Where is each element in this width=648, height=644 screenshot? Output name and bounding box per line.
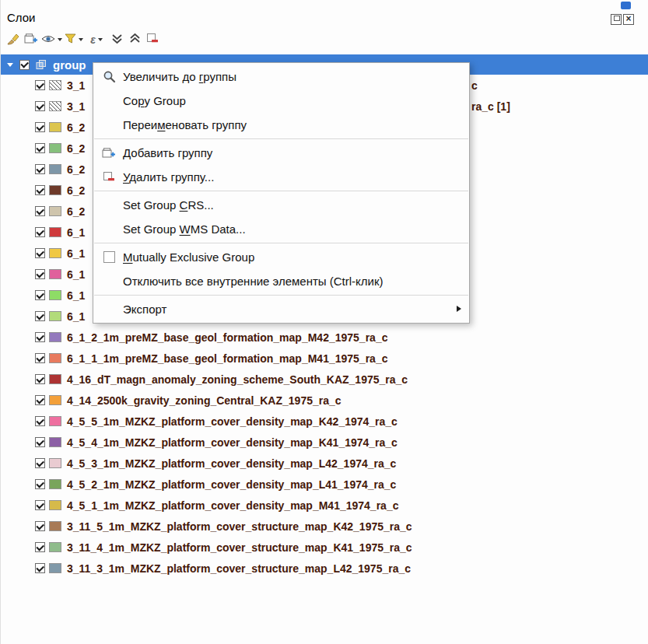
layer-swatch — [49, 290, 61, 300]
layer-label: 6_2 — [67, 163, 85, 176]
layer-row[interactable]: 4_5_1_1m_MZKZ_platform_cover_density_map… — [1, 495, 648, 516]
menu-item-mutually-exclusive-group[interactable]: Mutually Exclusive Group — [93, 245, 469, 269]
filter-legend-button[interactable] — [63, 30, 85, 49]
menu-item-label: Увеличить до группы — [123, 70, 236, 83]
layer-label: 6_2 — [67, 121, 85, 134]
layer-checkbox[interactable] — [35, 500, 45, 510]
layer-checkbox[interactable] — [35, 311, 45, 321]
layer-checkbox[interactable] — [35, 227, 45, 237]
layer-checkbox[interactable] — [35, 80, 45, 90]
layer-checkbox[interactable] — [35, 122, 45, 132]
layer-checkbox[interactable] — [35, 458, 45, 468]
menu-separator — [94, 138, 468, 139]
layer-row[interactable]: 4_16_dT_magn_anomaly_zoning_scheme_South… — [1, 369, 648, 390]
layer-row[interactable]: 4_5_4_1m_MZKZ_platform_cover_density_map… — [1, 432, 648, 453]
menu-item-export[interactable]: Экспорт — [93, 297, 469, 321]
layer-label: 6_1 — [67, 289, 85, 302]
eye-icon — [41, 33, 55, 47]
layer-checkbox[interactable] — [35, 269, 45, 279]
layer-swatch — [49, 500, 61, 510]
layer-swatch — [49, 479, 61, 489]
menu-item-set-group-wms-data[interactable]: Set Group WMS Data... — [93, 217, 469, 241]
layer-label: 6_1 — [67, 226, 85, 239]
layer-row[interactable]: 6_1_1_1m_preMZ_base_geol_formation_map_M… — [1, 348, 648, 369]
menu-item-zoom-to-group[interactable]: Увеличить до группы — [93, 65, 469, 89]
layer-swatch — [49, 395, 61, 405]
layer-checkbox[interactable] — [35, 353, 45, 363]
layer-checkbox[interactable] — [35, 521, 45, 531]
layer-checkbox[interactable] — [35, 164, 45, 174]
layer-row[interactable]: 4_5_5_1m_MZKZ_platform_cover_density_map… — [1, 411, 648, 432]
chevron-down-icon — [58, 38, 62, 41]
mutually-exclusive-checkbox[interactable] — [103, 251, 115, 263]
layer-label: 4_5_1_1m_MZKZ_platform_cover_density_map… — [67, 499, 398, 512]
layer-row[interactable]: 4_5_3_1m_MZKZ_platform_cover_density_map… — [1, 453, 648, 474]
menu-item-label: Copy Group — [123, 94, 186, 107]
layer-label: 6_1 — [67, 247, 85, 260]
layer-checkbox[interactable] — [35, 290, 45, 300]
expander-icon[interactable] — [7, 63, 13, 67]
layer-checkbox[interactable] — [35, 185, 45, 195]
layer-label: 3_1 — [67, 79, 85, 92]
layer-checkbox[interactable] — [35, 101, 45, 111]
layer-swatch — [49, 521, 61, 531]
layer-label: 4_5_5_1m_MZKZ_platform_cover_density_map… — [67, 415, 398, 428]
layer-label: 3_11_3_1m_MZKZ_platform_cover_structure_… — [67, 562, 411, 575]
expand-all-button[interactable] — [108, 30, 125, 49]
open-layer-styling-button[interactable] — [5, 30, 22, 49]
menu-item-label: Добавить группу — [123, 146, 212, 159]
menu-item-rename-group[interactable]: Переименовать группу — [93, 113, 469, 137]
layer-row[interactable]: 6_1_2_1m_preMZ_base_geol_formation_map_M… — [1, 327, 648, 348]
layer-row[interactable]: 3_11_3_1m_MZKZ_platform_cover_structure_… — [1, 558, 648, 579]
layer-swatch — [49, 311, 61, 321]
manage-map-themes-button[interactable] — [40, 30, 62, 49]
layer-checkbox[interactable] — [35, 563, 45, 573]
layer-swatch — [49, 458, 61, 468]
layer-row[interactable]: 3_11_4_1m_MZKZ_platform_cover_structure_… — [1, 537, 648, 558]
layer-label: 3_11_4_1m_MZKZ_platform_cover_structure_… — [67, 541, 412, 554]
layer-checkbox[interactable] — [35, 395, 45, 405]
collapse-all-button[interactable] — [126, 30, 143, 49]
menu-item-copy-group[interactable]: Copy Group — [93, 89, 469, 113]
layer-swatch — [49, 353, 61, 363]
chevron-down-icon — [98, 38, 103, 41]
collapse-all-icon — [129, 33, 141, 47]
menu-item-add-group[interactable]: Добавить группу — [93, 141, 469, 165]
layer-checkbox[interactable] — [35, 374, 45, 384]
layer-checkbox[interactable] — [35, 542, 45, 552]
chevron-down-icon — [79, 38, 83, 41]
remove-layer-button[interactable] — [144, 30, 161, 49]
menu-item-set-group-crs[interactable]: Set Group CRS... — [93, 193, 469, 217]
group-checkbox[interactable] — [19, 60, 30, 70]
add-group-icon — [24, 33, 38, 47]
menu-item-label: Удалить группу... — [123, 170, 214, 184]
layer-row[interactable]: 3_11_5_1m_MZKZ_platform_cover_structure_… — [1, 516, 648, 537]
layer-checkbox[interactable] — [35, 437, 45, 447]
layer-label: 6_2 — [67, 184, 85, 197]
remove-layer-icon — [146, 33, 159, 47]
add-group-button[interactable] — [23, 30, 40, 49]
layer-checkbox[interactable] — [35, 416, 45, 426]
layer-label: 3_1 — [67, 100, 85, 113]
menu-separator — [94, 243, 468, 243]
menu-item-remove-group[interactable]: Удалить группу... — [93, 165, 469, 189]
layer-checkbox[interactable] — [35, 332, 45, 342]
filter-by-expression-button[interactable]: ε — [86, 30, 107, 49]
float-panel-button[interactable] — [611, 14, 622, 25]
close-panel-button[interactable] — [623, 14, 634, 25]
layer-label: 4_5_2_1m_MZKZ_platform_cover_density_map… — [67, 478, 396, 491]
layer-swatch — [49, 185, 61, 195]
layer-swatch — [49, 143, 61, 153]
expression-epsilon-icon: ε — [90, 33, 96, 46]
layer-row[interactable]: 4_14_2500k_gravity_zoning_Central_KAZ_19… — [1, 390, 648, 411]
menu-item-uncheck-all-children[interactable]: Отключить все внутренние элементы (Ctrl-… — [93, 269, 469, 293]
menu-item-label: Переименовать группу — [123, 118, 247, 131]
layer-swatch — [49, 332, 61, 342]
layer-row[interactable]: 4_5_2_1m_MZKZ_platform_cover_density_map… — [1, 474, 648, 495]
layer-label: 3_11_5_1m_MZKZ_platform_cover_structure_… — [67, 520, 412, 533]
layer-checkbox[interactable] — [35, 206, 45, 216]
layer-label: 6_1_2_1m_preMZ_base_geol_formation_map_M… — [67, 331, 387, 344]
layer-checkbox[interactable] — [35, 479, 45, 489]
layer-checkbox[interactable] — [35, 248, 45, 258]
layer-checkbox[interactable] — [35, 143, 45, 153]
